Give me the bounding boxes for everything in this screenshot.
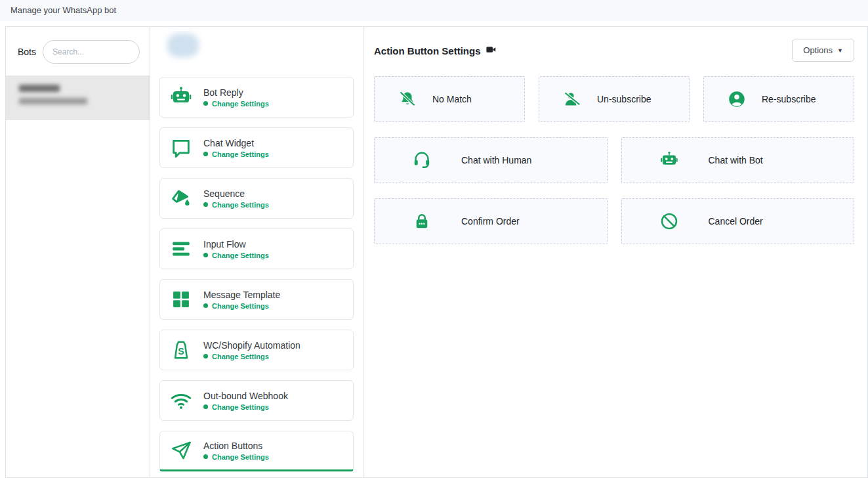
user-circle-icon <box>726 89 747 110</box>
change-settings-link[interactable]: Change Settings <box>203 251 269 259</box>
green-dot-icon <box>203 202 208 207</box>
user-slash-icon <box>562 89 583 110</box>
change-settings-link[interactable]: Change Settings <box>203 453 269 461</box>
ban-icon <box>659 211 680 232</box>
robot-icon <box>659 150 680 171</box>
tile-label: Chat with Human <box>461 155 531 165</box>
green-dot-icon <box>203 253 208 257</box>
menu-card-outbound-webhook[interactable]: Out-bound Webhook Change Settings <box>159 380 354 421</box>
action-tile-no-match[interactable]: No Match <box>374 76 525 122</box>
tile-label: Re-subscribe <box>762 94 816 104</box>
menu-card-input-flow[interactable]: Input Flow Change Settings <box>159 228 354 269</box>
menu-label: Sequence <box>203 188 269 199</box>
bot-list-item[interactable] <box>6 76 150 120</box>
svg-text:S: S <box>178 346 184 357</box>
bars-icon <box>168 236 194 262</box>
menu-card-shopify-automation[interactable]: S WC/Shopify Automation Change Settings <box>159 330 354 370</box>
menu-card-chat-widget[interactable]: Chat Widget Change Settings <box>159 127 354 168</box>
green-dot-icon <box>203 354 208 358</box>
change-settings-link[interactable]: Change Settings <box>203 302 280 310</box>
menu-card-bot-reply[interactable]: Bot Reply Change Settings <box>159 77 354 118</box>
wifi-icon <box>168 387 194 414</box>
change-settings-link[interactable]: Change Settings <box>203 150 269 158</box>
action-tile-chat-with-bot[interactable]: Chat with Bot <box>621 137 855 183</box>
menu-label: WC/Shopify Automation <box>203 340 300 351</box>
chat-bubble-icon <box>168 135 194 161</box>
green-dot-icon <box>203 404 208 409</box>
menu-label: Message Template <box>203 290 280 300</box>
bell-slash-icon <box>397 89 418 110</box>
redacted-bot-name <box>19 85 60 92</box>
action-tile-chat-with-human[interactable]: Chat with Human <box>374 137 608 183</box>
menu-label: Bot Reply <box>203 87 269 98</box>
paint-drop-icon <box>168 185 194 211</box>
blurred-avatar <box>167 33 199 57</box>
action-button-settings-panel: Action Button Settings Options ▼ <box>363 27 867 477</box>
menu-label: Chat Widget <box>203 138 269 148</box>
action-tile-confirm-order[interactable]: Confirm Order <box>374 198 608 244</box>
shopify-bag-icon: S <box>168 337 194 363</box>
sidebar-header: Bots <box>6 27 150 76</box>
options-button[interactable]: Options ▼ <box>792 39 854 62</box>
bots-sidebar: Bots <box>6 27 150 477</box>
lock-icon <box>411 211 432 232</box>
green-dot-icon <box>203 454 208 459</box>
video-camera-icon[interactable] <box>486 44 497 58</box>
headset-icon <box>411 150 432 171</box>
search-input[interactable] <box>43 40 140 64</box>
menu-label: Action Buttons <box>203 441 269 451</box>
green-dot-icon <box>203 101 208 106</box>
menu-label: Input Flow <box>203 239 269 250</box>
change-settings-link[interactable]: Change Settings <box>203 100 269 108</box>
tile-label: Confirm Order <box>461 216 520 227</box>
menu-card-sequence[interactable]: Sequence Change Settings <box>159 178 354 219</box>
menu-card-message-template[interactable]: Message Template Change Settings <box>159 279 354 320</box>
change-settings-link[interactable]: Change Settings <box>203 353 300 360</box>
tile-label: Cancel Order <box>709 216 763 227</box>
green-dot-icon <box>203 303 208 308</box>
bot-feature-menu: Bot Reply Change Settings Chat Widget Ch… <box>150 27 363 477</box>
change-settings-link[interactable]: Change Settings <box>203 403 288 411</box>
green-dot-icon <box>203 152 208 156</box>
action-tile-un-subscribe[interactable]: Un-subscribe <box>539 76 690 122</box>
change-settings-link[interactable]: Change Settings <box>203 201 269 209</box>
tile-label: Un-subscribe <box>597 94 651 104</box>
grid-icon <box>168 286 194 313</box>
robot-icon <box>168 84 194 110</box>
redacted-bot-number <box>19 98 87 104</box>
content-frame: Bots <box>5 26 868 478</box>
page-title: Manage your WhatsApp bot <box>0 0 868 21</box>
tile-label: No Match <box>432 94 472 104</box>
paper-plane-icon <box>168 437 194 464</box>
menu-label: Out-bound Webhook <box>203 391 288 401</box>
action-tile-cancel-order[interactable]: Cancel Order <box>621 198 855 244</box>
panel-title: Action Button Settings <box>374 45 480 56</box>
tile-label: Chat with Bot <box>709 155 763 165</box>
action-tile-re-subscribe[interactable]: Re-subscribe <box>703 76 854 122</box>
sidebar-title: Bots <box>18 47 36 57</box>
caret-down-icon: ▼ <box>837 47 843 54</box>
menu-card-action-buttons[interactable]: Action Buttons Change Settings <box>159 431 354 471</box>
